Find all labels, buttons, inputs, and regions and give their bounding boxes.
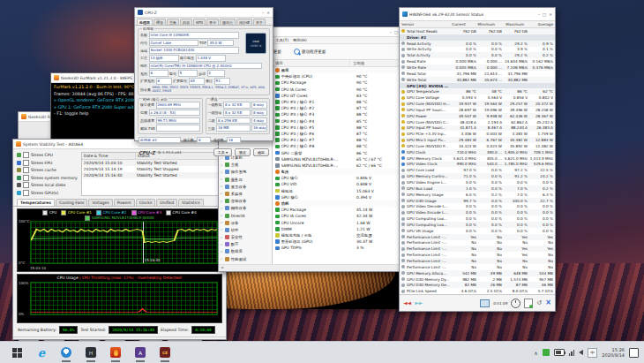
- menu-item[interactable]: 帮助(H): [293, 38, 307, 42]
- sensor-row[interactable]: Drive: #2: [400, 34, 555, 41]
- maximize-button[interactable]: □: [394, 30, 398, 34]
- taskbar-cpuz[interactable]: CZ: [159, 346, 171, 359]
- sensor-row[interactable]: Read Activity 0.0 % 0.0 % 29.2 % 0.9 %: [400, 41, 555, 47]
- sensor-row[interactable]: GPU Video Engine L... 0.0 % 0.0 % 0.0 % …: [400, 179, 555, 185]
- expand-arrow-icon[interactable]: ▷: [221, 207, 223, 210]
- sensor-row[interactable]: CPU IA Cores 90 °C: [273, 87, 407, 93]
- expand-arrow-icon[interactable]: ▷: [221, 170, 223, 174]
- tree-item[interactable]: ▷ 配置: [221, 242, 246, 246]
- sensor-row[interactable]: 功耗: [273, 200, 407, 207]
- sensor-row[interactable]: Write Total 30,882 MB 30,674 ... 30,882 …: [400, 77, 555, 83]
- sst-tab[interactable]: Powers: [114, 199, 135, 206]
- expand-arrow-icon[interactable]: ▷: [221, 250, 223, 253]
- maximize-button[interactable]: □: [543, 12, 546, 17]
- taskbar-furmark[interactable]: [109, 346, 122, 359]
- minimize-button[interactable]: –: [538, 12, 540, 17]
- sensor-row[interactable]: GPU 二极管 86 °C: [273, 149, 407, 155]
- sensor-row[interactable]: Write Activity 0.0 % 0.0 % 3.9 % 0.1 %: [400, 47, 555, 53]
- sensor-row[interactable]: CPU IA Cores 42.34 W: [273, 213, 407, 219]
- sensor-row[interactable]: Total Activity 0.0 % 0.0 % 29.2 % 0.2 %: [400, 52, 555, 58]
- tree-item[interactable]: ▷ 安全性: [221, 235, 246, 239]
- volume-icon[interactable]: [579, 350, 583, 355]
- expand-arrow-icon[interactable]: ▷: [221, 221, 223, 224]
- cpuz-tab[interactable]: SPD: [193, 19, 206, 25]
- tree-item[interactable]: ▷ 主板: [221, 163, 246, 167]
- horizontal-scrollbar[interactable]: ◄: [219, 264, 407, 271]
- reset-max-button[interactable]: ►►: [415, 300, 423, 306]
- sensor-row[interactable]: Write Rate 0.005 MB/s 0.000 ... 7.108 MB…: [400, 64, 555, 71]
- sensor-row[interactable]: CPU #0 / 核心 #3 88 °C: [273, 111, 407, 117]
- sensor-row[interactable]: CPU 核心 0.846 V: [273, 175, 407, 181]
- sensor-row[interactable]: GPU Video Encode L... 0.0 % 0.0 % 0.0 % …: [400, 209, 555, 216]
- action-center-icon[interactable]: [629, 348, 639, 358]
- taskbar-clock[interactable]: 15:26 2020/9/14: [602, 347, 625, 358]
- cpuz-titlebar[interactable]: CPU-Z – ×: [135, 8, 273, 18]
- stress-checkbox[interactable]: [23, 190, 29, 196]
- stress-checkbox[interactable]: [23, 160, 29, 166]
- sensor-row[interactable]: GPU D3D Usage 99.7 % 0.0 % 100.0 % 22.7 …: [400, 198, 555, 204]
- expand-arrow-icon[interactable]: ▷: [221, 243, 223, 246]
- col-sensor[interactable]: Sensor: [400, 21, 438, 27]
- close-sensors-icon[interactable]: ×: [545, 299, 551, 306]
- sensor-row[interactable]: CPU #0 / 核心 #2 87 °C: [273, 105, 407, 111]
- stress-option[interactable]: Stress FPU: [17, 160, 78, 166]
- expand-arrow-icon[interactable]: ▷: [221, 192, 223, 195]
- expand-arrow-icon[interactable]: ▷: [221, 228, 223, 231]
- sensor-row[interactable]: GPU Bus Load 1.0 % 0.0 % 7.0 % 0.2 %: [400, 185, 555, 192]
- tree-item[interactable]: ▷ 性能测试: [221, 257, 246, 261]
- sensor-row[interactable]: GPU VR Usage 0.0 % 0.0 % 0.0 % 0.0 %: [400, 228, 555, 234]
- sensor-row[interactable]: GPU Input PP Sourc... 28.697 W 19.096 W …: [400, 107, 555, 113]
- taskbar-aida64[interactable]: A: [134, 346, 146, 359]
- sensor-row[interactable]: GPU Memory Alloca... 542 MB 49 MB 648 MB…: [400, 270, 555, 276]
- sensor-row[interactable]: 锂电池 15.063 V: [273, 188, 407, 194]
- expand-arrow-icon[interactable]: ▷: [221, 257, 223, 261]
- expand-arrow-icon[interactable]: ▷: [221, 163, 223, 167]
- sensor-row[interactable]: CPU #0 / 核心 #1 88 °C: [273, 99, 407, 105]
- close-button[interactable]: ×: [266, 11, 270, 15]
- sst-tab[interactable]: Cooling Fans: [56, 199, 87, 206]
- tree-item[interactable]: ▷ 存储设备: [221, 199, 246, 203]
- ime-indicator[interactable]: 中: [588, 348, 597, 358]
- sensor-row[interactable]: GPU Core Load 97.0 % 0.0 % 97.2 % 22.5 %: [400, 167, 555, 173]
- sensor-row[interactable]: CPU #0 / 核心 #6 87 °C: [273, 131, 407, 137]
- sensor-row[interactable]: SAMSUNG MZVLB1T0HBLR-... 65 °C / 67 °C: [273, 156, 407, 163]
- sensor-row[interactable]: 图形处理器 (GPU) 30.37 W: [273, 238, 407, 245]
- tree-item[interactable]: ▷ 设备: [221, 221, 246, 225]
- tree-item[interactable]: ▷ 显示设备: [221, 185, 246, 189]
- sensor-row[interactable]: CPU #0 / 核心 #4 85 °C: [273, 118, 407, 125]
- sensor-row[interactable]: CPU #0 / 核心 #8 88 °C: [273, 143, 407, 149]
- tree-item[interactable]: ▷ 多媒体: [221, 192, 246, 196]
- sensor-row[interactable]: GPU Input PP Sourc... 41.871 A 8.467 A 8…: [400, 125, 555, 132]
- close-button[interactable]: ×: [549, 12, 552, 17]
- sensor-row[interactable]: GPU Memory Clock 5,621.0 MHz 405.0 ... 5…: [400, 155, 555, 162]
- sensor-row[interactable]: CPU Uncore 1.68 W: [273, 220, 407, 226]
- sensor-row[interactable]: 电压: [273, 169, 407, 175]
- expand-arrow-icon[interactable]: ▷: [221, 214, 223, 217]
- processor-selector-dropdown[interactable]: 处理器 #1: [139, 137, 181, 144]
- sensor-row[interactable]: 温度: [273, 67, 407, 73]
- sensor-row[interactable]: GPU Memory Usage 6.0 % 0.2 % 7.0 % 6.3 %: [400, 192, 555, 198]
- stress-checkbox[interactable]: [23, 167, 29, 173]
- sensor-row[interactable]: Performance Limit -... No No No No: [400, 240, 555, 246]
- expand-arrow-icon[interactable]: ▷: [221, 178, 223, 181]
- menu-item[interactable]: 工具(T): [275, 38, 288, 42]
- clock-icon[interactable]: [511, 299, 520, 308]
- sensor-row[interactable]: GPU PCIe +3.3V Inp... 3.306 W 0.003 W 3.…: [400, 131, 555, 137]
- stress-checkbox[interactable]: [23, 175, 29, 181]
- validate-button[interactable]: 验证: [235, 148, 251, 156]
- col-current[interactable]: Current: [438, 21, 468, 27]
- sensor-row[interactable]: GPU [#0]: NVIDIA GeForce RTX 2080 Super: [400, 83, 555, 89]
- driver-update-button[interactable]: 驱动程序更新: [290, 47, 330, 57]
- legend-item[interactable]: CPU: [42, 210, 56, 216]
- network-icon[interactable]: [569, 350, 575, 356]
- test-log-row[interactable]: 2020/9/14 15:03:10 Stability Test Starte…: [82, 160, 221, 166]
- cpuz-window[interactable]: CPU-Z – × 处理器缓存主板内存SPD显卡测试台排行榜关于 处理器 int…: [134, 7, 273, 141]
- col-maximum[interactable]: Maximum: [497, 21, 526, 27]
- hidden-icons-chevron[interactable]: ∧: [534, 350, 537, 356]
- sensor-row[interactable]: GPU 核心 0.394 V: [273, 194, 407, 200]
- sensor-row[interactable]: GPU Core (NVVDD) P... 34.323 W 0.023 W 3…: [400, 143, 555, 149]
- legend-item[interactable]: CPU Core #4: [166, 210, 197, 216]
- taskbar-edge[interactable]: e: [35, 346, 48, 359]
- cpuz-tab[interactable]: 缓存: [154, 19, 166, 25]
- sensor-row[interactable]: GPU Video Clock 990.0 MHz 540.0 ... 1,78…: [400, 162, 555, 168]
